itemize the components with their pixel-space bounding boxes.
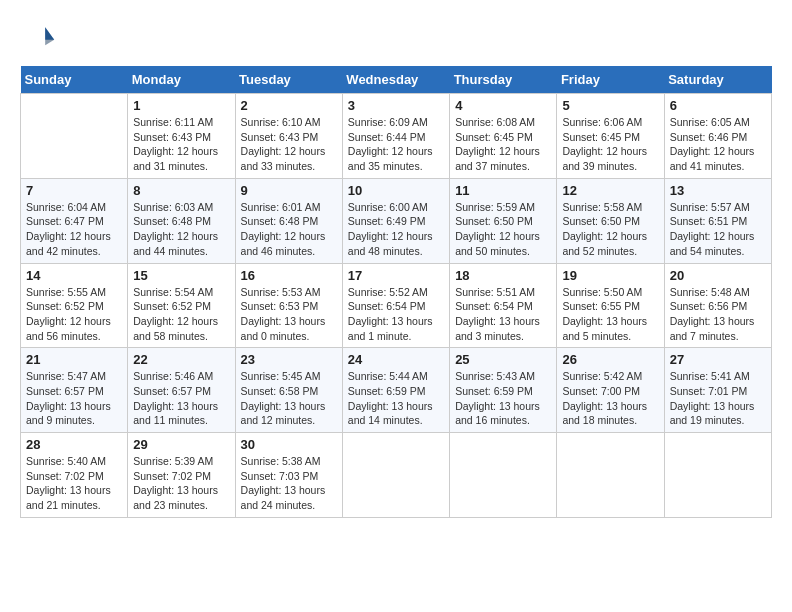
cell-info: Sunrise: 5:48 AMSunset: 6:56 PMDaylight:… — [670, 285, 766, 344]
svg-marker-1 — [45, 27, 54, 45]
cell-info: Sunrise: 5:39 AMSunset: 7:02 PMDaylight:… — [133, 454, 229, 513]
cell-info: Sunrise: 6:11 AMSunset: 6:43 PMDaylight:… — [133, 115, 229, 174]
calendar-cell: 1Sunrise: 6:11 AMSunset: 6:43 PMDaylight… — [128, 94, 235, 179]
day-number: 25 — [455, 352, 551, 367]
calendar-cell — [342, 433, 449, 518]
cell-info: Sunrise: 6:10 AMSunset: 6:43 PMDaylight:… — [241, 115, 337, 174]
calendar-cell: 21Sunrise: 5:47 AMSunset: 6:57 PMDayligh… — [21, 348, 128, 433]
calendar-cell: 4Sunrise: 6:08 AMSunset: 6:45 PMDaylight… — [450, 94, 557, 179]
day-number: 29 — [133, 437, 229, 452]
calendar-cell: 15Sunrise: 5:54 AMSunset: 6:52 PMDayligh… — [128, 263, 235, 348]
calendar-cell: 30Sunrise: 5:38 AMSunset: 7:03 PMDayligh… — [235, 433, 342, 518]
day-header-friday: Friday — [557, 66, 664, 94]
day-number: 3 — [348, 98, 444, 113]
calendar-cell: 12Sunrise: 5:58 AMSunset: 6:50 PMDayligh… — [557, 178, 664, 263]
calendar-cell — [557, 433, 664, 518]
calendar-cell: 16Sunrise: 5:53 AMSunset: 6:53 PMDayligh… — [235, 263, 342, 348]
calendar-week-3: 14Sunrise: 5:55 AMSunset: 6:52 PMDayligh… — [21, 263, 772, 348]
header — [20, 20, 772, 56]
calendar-cell: 8Sunrise: 6:03 AMSunset: 6:48 PMDaylight… — [128, 178, 235, 263]
cell-info: Sunrise: 6:03 AMSunset: 6:48 PMDaylight:… — [133, 200, 229, 259]
logo — [20, 20, 60, 56]
day-number: 18 — [455, 268, 551, 283]
calendar-week-5: 28Sunrise: 5:40 AMSunset: 7:02 PMDayligh… — [21, 433, 772, 518]
calendar-cell: 29Sunrise: 5:39 AMSunset: 7:02 PMDayligh… — [128, 433, 235, 518]
cell-info: Sunrise: 5:57 AMSunset: 6:51 PMDaylight:… — [670, 200, 766, 259]
calendar-table: SundayMondayTuesdayWednesdayThursdayFrid… — [20, 66, 772, 518]
cell-info: Sunrise: 5:58 AMSunset: 6:50 PMDaylight:… — [562, 200, 658, 259]
cell-info: Sunrise: 6:06 AMSunset: 6:45 PMDaylight:… — [562, 115, 658, 174]
calendar-cell: 2Sunrise: 6:10 AMSunset: 6:43 PMDaylight… — [235, 94, 342, 179]
calendar-cell: 22Sunrise: 5:46 AMSunset: 6:57 PMDayligh… — [128, 348, 235, 433]
calendar-cell: 18Sunrise: 5:51 AMSunset: 6:54 PMDayligh… — [450, 263, 557, 348]
cell-info: Sunrise: 5:50 AMSunset: 6:55 PMDaylight:… — [562, 285, 658, 344]
day-number: 30 — [241, 437, 337, 452]
day-number: 12 — [562, 183, 658, 198]
day-number: 13 — [670, 183, 766, 198]
calendar-cell: 9Sunrise: 6:01 AMSunset: 6:48 PMDaylight… — [235, 178, 342, 263]
calendar-cell — [21, 94, 128, 179]
day-number: 27 — [670, 352, 766, 367]
cell-info: Sunrise: 5:59 AMSunset: 6:50 PMDaylight:… — [455, 200, 551, 259]
day-number: 26 — [562, 352, 658, 367]
calendar-cell — [450, 433, 557, 518]
cell-info: Sunrise: 5:54 AMSunset: 6:52 PMDaylight:… — [133, 285, 229, 344]
day-number: 19 — [562, 268, 658, 283]
day-header-monday: Monday — [128, 66, 235, 94]
calendar-week-2: 7Sunrise: 6:04 AMSunset: 6:47 PMDaylight… — [21, 178, 772, 263]
day-number: 14 — [26, 268, 122, 283]
calendar-cell: 28Sunrise: 5:40 AMSunset: 7:02 PMDayligh… — [21, 433, 128, 518]
calendar-header-row: SundayMondayTuesdayWednesdayThursdayFrid… — [21, 66, 772, 94]
calendar-cell: 10Sunrise: 6:00 AMSunset: 6:49 PMDayligh… — [342, 178, 449, 263]
cell-info: Sunrise: 5:51 AMSunset: 6:54 PMDaylight:… — [455, 285, 551, 344]
calendar-week-1: 1Sunrise: 6:11 AMSunset: 6:43 PMDaylight… — [21, 94, 772, 179]
calendar-cell: 24Sunrise: 5:44 AMSunset: 6:59 PMDayligh… — [342, 348, 449, 433]
cell-info: Sunrise: 5:40 AMSunset: 7:02 PMDaylight:… — [26, 454, 122, 513]
day-number: 24 — [348, 352, 444, 367]
day-number: 4 — [455, 98, 551, 113]
day-number: 20 — [670, 268, 766, 283]
cell-info: Sunrise: 5:55 AMSunset: 6:52 PMDaylight:… — [26, 285, 122, 344]
day-number: 9 — [241, 183, 337, 198]
calendar-cell: 27Sunrise: 5:41 AMSunset: 7:01 PMDayligh… — [664, 348, 771, 433]
cell-info: Sunrise: 5:38 AMSunset: 7:03 PMDaylight:… — [241, 454, 337, 513]
day-number: 6 — [670, 98, 766, 113]
calendar-cell: 3Sunrise: 6:09 AMSunset: 6:44 PMDaylight… — [342, 94, 449, 179]
calendar-cell: 7Sunrise: 6:04 AMSunset: 6:47 PMDaylight… — [21, 178, 128, 263]
day-number: 11 — [455, 183, 551, 198]
calendar-cell: 5Sunrise: 6:06 AMSunset: 6:45 PMDaylight… — [557, 94, 664, 179]
cell-info: Sunrise: 5:43 AMSunset: 6:59 PMDaylight:… — [455, 369, 551, 428]
day-number: 10 — [348, 183, 444, 198]
day-number: 1 — [133, 98, 229, 113]
calendar-cell: 25Sunrise: 5:43 AMSunset: 6:59 PMDayligh… — [450, 348, 557, 433]
day-number: 8 — [133, 183, 229, 198]
day-number: 5 — [562, 98, 658, 113]
cell-info: Sunrise: 6:04 AMSunset: 6:47 PMDaylight:… — [26, 200, 122, 259]
logo-icon — [20, 20, 56, 56]
day-number: 22 — [133, 352, 229, 367]
cell-info: Sunrise: 6:00 AMSunset: 6:49 PMDaylight:… — [348, 200, 444, 259]
calendar-cell — [664, 433, 771, 518]
cell-info: Sunrise: 5:42 AMSunset: 7:00 PMDaylight:… — [562, 369, 658, 428]
cell-info: Sunrise: 5:44 AMSunset: 6:59 PMDaylight:… — [348, 369, 444, 428]
calendar-cell: 17Sunrise: 5:52 AMSunset: 6:54 PMDayligh… — [342, 263, 449, 348]
calendar-cell: 13Sunrise: 5:57 AMSunset: 6:51 PMDayligh… — [664, 178, 771, 263]
day-number: 23 — [241, 352, 337, 367]
calendar-week-4: 21Sunrise: 5:47 AMSunset: 6:57 PMDayligh… — [21, 348, 772, 433]
day-number: 2 — [241, 98, 337, 113]
cell-info: Sunrise: 5:46 AMSunset: 6:57 PMDaylight:… — [133, 369, 229, 428]
cell-info: Sunrise: 5:53 AMSunset: 6:53 PMDaylight:… — [241, 285, 337, 344]
day-number: 16 — [241, 268, 337, 283]
day-number: 7 — [26, 183, 122, 198]
day-header-thursday: Thursday — [450, 66, 557, 94]
calendar-cell: 26Sunrise: 5:42 AMSunset: 7:00 PMDayligh… — [557, 348, 664, 433]
cell-info: Sunrise: 5:47 AMSunset: 6:57 PMDaylight:… — [26, 369, 122, 428]
cell-info: Sunrise: 6:01 AMSunset: 6:48 PMDaylight:… — [241, 200, 337, 259]
cell-info: Sunrise: 5:41 AMSunset: 7:01 PMDaylight:… — [670, 369, 766, 428]
cell-info: Sunrise: 6:08 AMSunset: 6:45 PMDaylight:… — [455, 115, 551, 174]
cell-info: Sunrise: 6:05 AMSunset: 6:46 PMDaylight:… — [670, 115, 766, 174]
day-number: 21 — [26, 352, 122, 367]
cell-info: Sunrise: 5:45 AMSunset: 6:58 PMDaylight:… — [241, 369, 337, 428]
cell-info: Sunrise: 6:09 AMSunset: 6:44 PMDaylight:… — [348, 115, 444, 174]
day-number: 15 — [133, 268, 229, 283]
